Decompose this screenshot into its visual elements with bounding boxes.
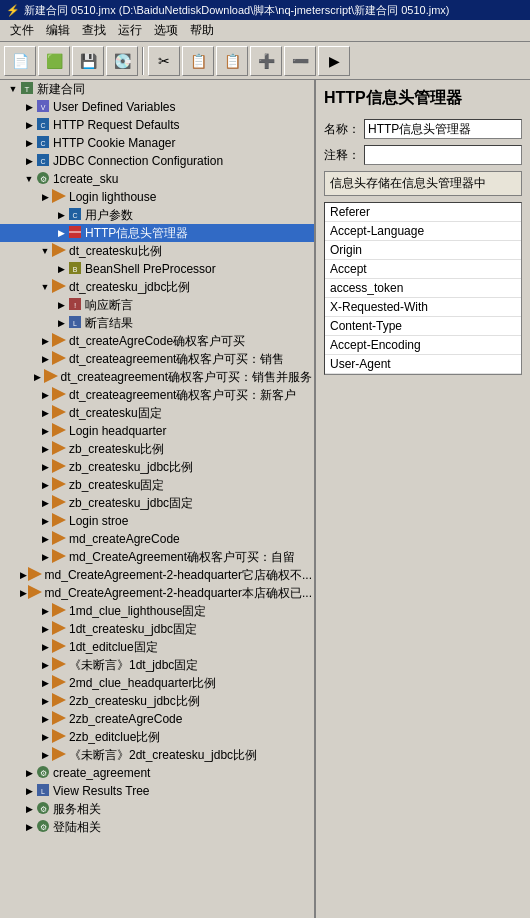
- tree-item-create_agreement[interactable]: ▶⚙create_agreement: [0, 764, 314, 782]
- expand-icon-zb_jdbc_fixed[interactable]: ▶: [38, 496, 52, 510]
- header-row-content-type[interactable]: Content-Type: [325, 317, 521, 336]
- tree-item-zb_createsku[interactable]: ▶zb_createsku比例: [0, 440, 314, 458]
- expand-icon-login_lh[interactable]: ▶: [38, 190, 52, 204]
- expand-icon-2zb_createAgreCode[interactable]: ▶: [38, 712, 52, 726]
- expand-icon-http_header[interactable]: ▶: [54, 226, 68, 240]
- expand-icon-1dt_editclue[interactable]: ▶: [38, 640, 52, 654]
- expand-icon-undecided_1dt[interactable]: ▶: [38, 658, 52, 672]
- copy-button[interactable]: 📋: [182, 46, 214, 76]
- tree-item-2zb_createsku_jdbc[interactable]: ▶2zb_createsku_jdbc比例: [0, 692, 314, 710]
- expand-icon-cookie[interactable]: ▶: [22, 136, 36, 150]
- cut-button[interactable]: ✂: [148, 46, 180, 76]
- tree-item-service[interactable]: ▶⚙服务相关: [0, 800, 314, 818]
- new-button[interactable]: 📄: [4, 46, 36, 76]
- tree-item-assert_result[interactable]: ▶L断言结果: [0, 314, 314, 332]
- tree-item-dt_agree4[interactable]: ▶dt_createagreement确权客户可买：新客户: [0, 386, 314, 404]
- expand-icon-dt_createsku[interactable]: ▼: [38, 244, 52, 258]
- menu-item-编辑[interactable]: 编辑: [40, 20, 76, 41]
- tree-item-2md_clue[interactable]: ▶2md_clue_headquarter比例: [0, 674, 314, 692]
- expand-icon-root[interactable]: ▼: [6, 82, 20, 96]
- menu-item-运行[interactable]: 运行: [112, 20, 148, 41]
- tree-item-dt_agree3[interactable]: ▶dt_createagreement确权客户可买：销售并服务: [0, 368, 314, 386]
- expand-icon-create_agreement[interactable]: ▶: [22, 766, 36, 780]
- tree-item-md_agree4[interactable]: ▶md_CreateAgreement-2-headquarter本店确权已..…: [0, 584, 314, 602]
- expand-icon-login[interactable]: ▶: [22, 820, 36, 834]
- expand-icon-udv[interactable]: ▶: [22, 100, 36, 114]
- tree-item-dt_createsku[interactable]: ▼dt_createsku比例: [0, 242, 314, 260]
- tree-item-user_params[interactable]: ▶C用户参数: [0, 206, 314, 224]
- expand-icon-dt_agree3[interactable]: ▶: [32, 370, 44, 384]
- expand-icon-hrd[interactable]: ▶: [22, 118, 36, 132]
- run-button[interactable]: ▶: [318, 46, 350, 76]
- expand-icon-dt_agree2[interactable]: ▶: [38, 352, 52, 366]
- tree-item-root[interactable]: ▼T新建合同: [0, 80, 314, 98]
- tree-item-dt_createsku_jdbc[interactable]: ▼dt_createsku_jdbc比例: [0, 278, 314, 296]
- expand-icon-user_params[interactable]: ▶: [54, 208, 68, 222]
- expand-icon-resp_assert[interactable]: ▶: [54, 298, 68, 312]
- expand-icon-dt_agree[interactable]: ▶: [38, 334, 52, 348]
- tree-item-login_lh[interactable]: ▶Login lighthouse: [0, 188, 314, 206]
- expand-icon-login_stroe[interactable]: ▶: [38, 514, 52, 528]
- header-row-access-token[interactable]: access_token: [325, 279, 521, 298]
- tree-item-dt_agree2[interactable]: ▶dt_createagreement确权客户可买：销售: [0, 350, 314, 368]
- expand-icon-jdbc[interactable]: ▶: [22, 154, 36, 168]
- tree-item-hrd[interactable]: ▶CHTTP Request Defaults: [0, 116, 314, 134]
- tree-item-http_header[interactable]: ▶HTTP信息头管理器: [0, 224, 314, 242]
- expand-icon-service[interactable]: ▶: [22, 802, 36, 816]
- expand-icon-dt_createsku_jdbc[interactable]: ▼: [38, 280, 52, 294]
- name-input[interactable]: [364, 119, 522, 139]
- tree-item-dt_fixed[interactable]: ▶dt_createsku固定: [0, 404, 314, 422]
- tree-item-md_agree3[interactable]: ▶md_CreateAgreement-2-headquarter它店确权不..…: [0, 566, 314, 584]
- save-button[interactable]: 💾: [72, 46, 104, 76]
- expand-icon-login_hq[interactable]: ▶: [38, 424, 52, 438]
- expand-icon-zb_createsku_jdbc[interactable]: ▶: [38, 460, 52, 474]
- menu-item-文件[interactable]: 文件: [4, 20, 40, 41]
- header-row-accept-language[interactable]: Accept-Language: [325, 222, 521, 241]
- tree-item-2zb_createAgreCode[interactable]: ▶2zb_createAgreCode: [0, 710, 314, 728]
- tree-item-1md_clue[interactable]: ▶1md_clue_lighthouse固定: [0, 602, 314, 620]
- expand-icon-beanshell[interactable]: ▶: [54, 262, 68, 276]
- tree-item-login[interactable]: ▶⚙登陆相关: [0, 818, 314, 836]
- header-row-accept-encoding[interactable]: Accept-Encoding: [325, 336, 521, 355]
- tree-item-zb_createsku_jdbc[interactable]: ▶zb_createsku_jdbc比例: [0, 458, 314, 476]
- comment-input[interactable]: [364, 145, 522, 165]
- tree-item-2zb_editclue[interactable]: ▶2zb_editclue比例: [0, 728, 314, 746]
- expand-icon-1md_clue[interactable]: ▶: [38, 604, 52, 618]
- tree-item-1dt_editclue[interactable]: ▶1dt_editclue固定: [0, 638, 314, 656]
- header-row-accept[interactable]: Accept: [325, 260, 521, 279]
- expand-icon-1dt_createsku_jdbc[interactable]: ▶: [38, 622, 52, 636]
- expand-icon-md_agree3[interactable]: ▶: [20, 568, 27, 582]
- menu-item-查找[interactable]: 查找: [76, 20, 112, 41]
- expand-icon-create_sku[interactable]: ▼: [22, 172, 36, 186]
- tree-item-udv[interactable]: ▶VUser Defined Variables: [0, 98, 314, 116]
- tree-item-1dt_createsku_jdbc[interactable]: ▶1dt_createsku_jdbc固定: [0, 620, 314, 638]
- header-row-origin[interactable]: Origin: [325, 241, 521, 260]
- tree-item-zb_jdbc_fixed[interactable]: ▶zb_createsku_jdbc固定: [0, 494, 314, 512]
- tree-item-undecided_1dt[interactable]: ▶《未断言》1dt_jdbc固定: [0, 656, 314, 674]
- tree-item-resp_assert[interactable]: ▶!响应断言: [0, 296, 314, 314]
- paste-button[interactable]: 📋: [216, 46, 248, 76]
- tree-item-dt_agree[interactable]: ▶dt_createAgreCode确权客户可买: [0, 332, 314, 350]
- expand-icon-view_results[interactable]: ▶: [22, 784, 36, 798]
- tree-panel[interactable]: ▼T新建合同▶VUser Defined Variables▶CHTTP Req…: [0, 80, 316, 918]
- expand-icon-assert_result[interactable]: ▶: [54, 316, 68, 330]
- add-button[interactable]: ➕: [250, 46, 282, 76]
- remove-button[interactable]: ➖: [284, 46, 316, 76]
- tree-item-beanshell[interactable]: ▶BBeanShell PreProcessor: [0, 260, 314, 278]
- save-as-button[interactable]: 💽: [106, 46, 138, 76]
- expand-icon-md_agree4[interactable]: ▶: [20, 586, 27, 600]
- tree-item-jdbc[interactable]: ▶CJDBC Connection Configuration: [0, 152, 314, 170]
- expand-icon-md_agree[interactable]: ▶: [38, 532, 52, 546]
- expand-icon-dt_agree4[interactable]: ▶: [38, 388, 52, 402]
- tree-item-undecided_2dt[interactable]: ▶《未断言》2dt_createsku_jdbc比例: [0, 746, 314, 764]
- expand-icon-dt_fixed[interactable]: ▶: [38, 406, 52, 420]
- expand-icon-zb_createsku[interactable]: ▶: [38, 442, 52, 456]
- open-button[interactable]: 🟩: [38, 46, 70, 76]
- tree-item-zb_fixed[interactable]: ▶zb_createsku固定: [0, 476, 314, 494]
- expand-icon-undecided_2dt[interactable]: ▶: [38, 748, 52, 762]
- expand-icon-md_agree2[interactable]: ▶: [38, 550, 52, 564]
- tree-item-create_sku[interactable]: ▼⚙1create_sku: [0, 170, 314, 188]
- expand-icon-2md_clue[interactable]: ▶: [38, 676, 52, 690]
- tree-item-md_agree2[interactable]: ▶md_CreateAgreement确权客户可买：自留: [0, 548, 314, 566]
- menu-item-选项[interactable]: 选项: [148, 20, 184, 41]
